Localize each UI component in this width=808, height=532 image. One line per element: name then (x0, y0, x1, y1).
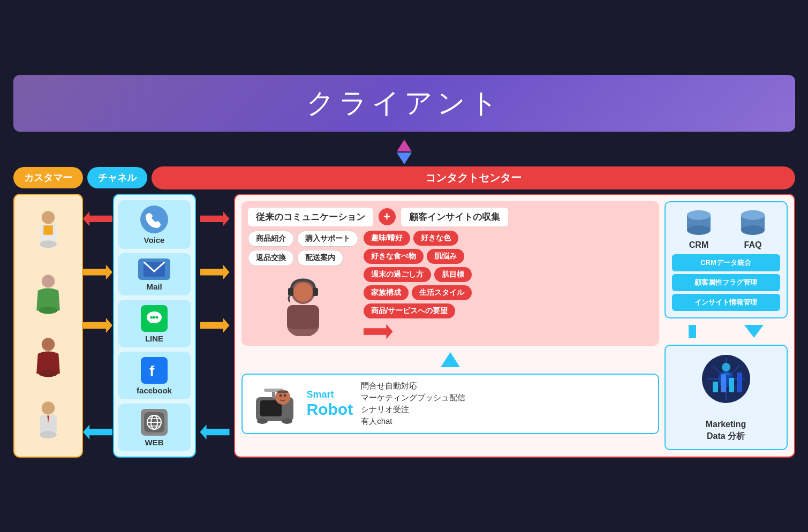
svg-rect-55 (713, 382, 718, 392)
header-banner: クライアント (13, 75, 795, 132)
double-arrow (397, 140, 412, 164)
comm-header: 従来のコミュニケーション + 顧客インサイトの収集 (248, 208, 653, 226)
marketing-label-line1: Marketing (706, 420, 746, 429)
customer-channel-arrows (87, 194, 109, 458)
insight-row-3: 週末の過ごし方 肌目標 (364, 267, 653, 282)
faq-cylinder-icon (738, 209, 768, 238)
web-globe-icon (144, 412, 164, 432)
faq-label: FAQ (744, 240, 762, 250)
avatar-3-icon (29, 336, 67, 378)
insight-row-2: 好きな食べ物 肌悩み (364, 249, 653, 264)
svg-point-59 (722, 363, 730, 371)
avatar-3 (29, 336, 67, 378)
tag-insight-0: 趣味/嗜好 (364, 231, 411, 246)
crm-arrow-head (744, 325, 764, 338)
svg-point-40 (283, 394, 286, 397)
avatar-2 (29, 272, 67, 315)
content-row: Voice Mail (13, 194, 795, 458)
robot-smart-label: Smart (307, 389, 353, 400)
svg-point-15 (153, 316, 156, 318)
arr-line-right (83, 318, 112, 333)
avatar-1-icon (29, 209, 67, 252)
robot-to-comm-arrow (241, 352, 659, 367)
tag-product1: 商品紹介 (248, 231, 294, 247)
voice-label: Voice (144, 235, 165, 245)
section-labels: カスタマー チャネル コンタクトセンター (13, 166, 795, 189)
robot-services: 問合せ自動対応 マーケティングプッシュ配信 シナリオ受注 有人chat (361, 381, 465, 427)
marketing-icon (697, 352, 756, 414)
web-label: WEB (145, 438, 164, 447)
avatar-4-icon (29, 399, 67, 442)
tag-product2: 購入サポート (297, 231, 358, 247)
svg-point-36 (282, 419, 292, 424)
customer-label: カスタマー (13, 167, 83, 188)
tag-insight-7: 生活スタイル (412, 285, 472, 300)
tag-insight-8: 商品/サービスへの要望 (364, 303, 456, 318)
avatar-4 (29, 399, 67, 442)
svg-rect-57 (729, 378, 734, 392)
channel-column: Voice Mail (113, 194, 196, 458)
arr-mail-to-contact (200, 264, 230, 279)
robot-service-1: 問合せ自動対応 (361, 381, 465, 391)
facebook-label: facebook (137, 386, 172, 395)
tag-insight-3: 肌悩み (427, 249, 464, 264)
customer-column (13, 194, 83, 458)
svg-rect-58 (737, 373, 742, 392)
marketing-data-icon (697, 352, 756, 406)
svg-point-10 (40, 431, 57, 438)
robot-service-3: シナリオ受注 (361, 405, 465, 415)
crm-items: CRMデータ統合 顧客属性フラグ管理 インサイト情報管理 (672, 254, 780, 311)
contact-center: 従来のコミュニケーション + 顧客インサイトの収集 商品紹介 購入サポート 返品… (234, 194, 795, 458)
agent-area (248, 272, 358, 336)
tag-insight-5: 肌目標 (434, 267, 472, 282)
svg-point-3 (40, 241, 57, 248)
svg-rect-28 (313, 288, 318, 296)
arr-mail-right (83, 264, 112, 279)
robot-section: Smart Robot 問合せ自動対応 マーケティングプッシュ配信 シナリオ受注… (241, 374, 659, 434)
avatar-2-icon (29, 272, 67, 315)
robot-service-2: マーケティングプッシュ配信 (361, 393, 465, 403)
comm-left: 商品紹介 購入サポート 返品交換 配送案内 (248, 231, 358, 339)
svg-point-16 (156, 316, 158, 318)
insight-arrow-right-icon (364, 324, 393, 339)
insight-row-5: 商品/サービスへの要望 (364, 303, 653, 318)
svg-rect-2 (43, 226, 53, 235)
tag-insight-6: 家族構成 (364, 285, 409, 300)
svg-point-43 (687, 225, 711, 235)
svg-point-4 (41, 275, 55, 288)
svg-point-26 (293, 283, 313, 302)
svg-point-7 (39, 370, 57, 377)
svg-rect-38 (277, 391, 288, 393)
insight-tags: 趣味/嗜好 好きな色 好きな食べ物 肌悩み 週末の過ごし方 肌目標 (364, 231, 653, 339)
tag-insight-2: 好きな食べ物 (364, 249, 424, 264)
comm-content: 商品紹介 購入サポート 返品交換 配送案内 (248, 231, 653, 339)
arr-voice-left (83, 211, 112, 226)
svg-point-48 (741, 210, 765, 220)
tag-insight-1: 好きな色 (413, 231, 458, 246)
svg-rect-33 (272, 391, 275, 398)
svg-rect-56 (721, 375, 726, 392)
smart-robot-icon (251, 381, 299, 424)
comm-section: 従来のコミュニケーション + 顧客インサイトの収集 商品紹介 購入サポート 返品… (241, 201, 659, 346)
crm-item-3: インサイト情報管理 (672, 294, 780, 311)
svg-point-35 (257, 419, 268, 424)
marketing-section: Marketing Data 分析 (664, 345, 788, 450)
insight-row-4: 家族構成 生活スタイル (364, 285, 653, 300)
main-container: クライアント カスタマー チャネル コンタクトセンター (8, 70, 801, 463)
robot-icon-area (251, 381, 299, 426)
insight-title: 顧客インサイトの収集 (401, 208, 508, 226)
mail-icon (138, 259, 170, 280)
svg-point-39 (279, 394, 282, 397)
insight-to-crm-arrow (364, 324, 653, 339)
line-icon (141, 305, 168, 332)
fb-logo-icon: f (144, 360, 164, 381)
crm-column: CRM FAQ (664, 201, 788, 450)
arr-web-from-contact (200, 424, 230, 439)
crm-item-1: CRMデータ統合 (672, 254, 780, 271)
blue-arrow-up-icon (441, 352, 460, 367)
header-arrow-area (13, 140, 795, 161)
marketing-label: Marketing Data 分析 (706, 419, 746, 443)
crm-item-2: 顧客属性フラグ管理 (672, 274, 780, 291)
arr-web-left (83, 424, 112, 439)
svg-point-44 (687, 210, 711, 220)
